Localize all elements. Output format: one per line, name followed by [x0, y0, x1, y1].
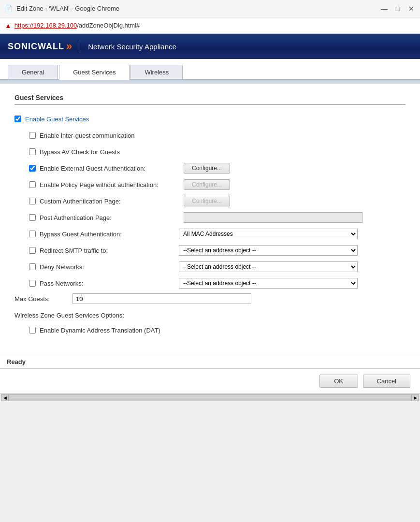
ext-auth-wrapper: Enable External Guest Authentication: — [29, 165, 179, 172]
minimize-button[interactable]: — — [380, 5, 388, 13]
post-auth-checkbox[interactable] — [29, 214, 36, 221]
security-warning-icon: ▲ — [5, 22, 12, 29]
window-titlebar: 📄 Edit Zone - 'WLAN' - Google Chrome — □… — [0, 0, 420, 17]
horizontal-scrollbar[interactable]: ◀ ▶ — [0, 393, 420, 401]
enable-dat-wrapper: Enable Dynamic Address Translation (DAT) — [29, 327, 160, 334]
custom-auth-checkbox[interactable] — [29, 198, 36, 204]
titlebar-left: 📄 Edit Zone - 'WLAN' - Google Chrome — [5, 5, 119, 13]
bypass-av-row: Bypass AV Check for Guests — [14, 145, 406, 158]
cancel-button[interactable]: Cancel — [363, 375, 410, 388]
custom-auth-wrapper: Custom Authentication Page: — [29, 198, 179, 205]
window-controls: — □ ✕ — [380, 5, 415, 13]
inter-guest-checkbox[interactable] — [29, 132, 36, 139]
logo-chevron-icon: » — [66, 40, 72, 53]
post-auth-row: Post Authentication Page: — [14, 211, 406, 224]
tabs-row: General Guest Services Wireless — [0, 59, 420, 80]
bypass-auth-dropdown[interactable]: All MAC AddressesNone — [179, 229, 358, 239]
bypass-av-label: Bypass AV Check for Guests — [40, 148, 120, 156]
inter-guest-row: Enable inter-guest communication — [14, 129, 406, 142]
deny-networks-wrapper: Deny Networks: — [29, 263, 179, 271]
ext-auth-label: Enable External Guest Authentication: — [40, 165, 145, 172]
address-url-insecure[interactable]: https://192.168.29.100 — [14, 22, 77, 29]
max-guests-label: Max Guests: — [14, 295, 72, 303]
address-bar: ▲ https://192.168.29.100/addZoneObjDlg.h… — [0, 17, 420, 34]
pass-networks-label: Pass Networks: — [40, 280, 83, 287]
footer-buttons: OK Cancel — [0, 369, 420, 393]
bypass-auth-checkbox[interactable] — [29, 231, 36, 237]
custom-auth-label: Custom Authentication Page: — [40, 198, 121, 205]
deny-networks-checkbox[interactable] — [29, 263, 36, 270]
tab-wireless[interactable]: Wireless — [130, 65, 183, 79]
max-guests-row: Max Guests: 10 — [14, 293, 406, 304]
inter-guest-wrapper: Enable inter-guest communication — [29, 132, 135, 139]
scroll-track[interactable] — [9, 394, 411, 401]
redirect-smtp-wrapper: Redirect SMTP traffic to: — [29, 247, 179, 254]
content-area: General Guest Services Wireless Guest Se… — [0, 59, 420, 393]
pass-networks-wrapper: Pass Networks: — [29, 280, 179, 287]
enable-dat-checkbox[interactable] — [29, 327, 36, 334]
status-bar: Ready — [0, 355, 420, 369]
ext-auth-checkbox[interactable] — [29, 165, 36, 172]
redirect-smtp-row: Redirect SMTP traffic to: --Select an ad… — [14, 244, 406, 257]
address-url-path[interactable]: /addZoneObjDlg.html# — [77, 22, 140, 29]
window-title: Edit Zone - 'WLAN' - Google Chrome — [16, 5, 119, 12]
policy-page-checkbox[interactable] — [29, 181, 36, 188]
enable-guest-services-checkbox[interactable] — [14, 116, 21, 122]
policy-page-configure-button[interactable]: Configure... — [184, 179, 230, 190]
ext-auth-row: Enable External Guest Authentication: Co… — [14, 162, 406, 174]
post-auth-wrapper: Post Authentication Page: — [29, 214, 179, 221]
sonicwall-logo: SONICWALL » — [8, 40, 72, 53]
header-divider — [80, 39, 80, 54]
bypass-auth-wrapper: Bypass Guest Authentication: — [29, 231, 179, 238]
bypass-auth-row: Bypass Guest Authentication: All MAC Add… — [14, 228, 406, 240]
tab-general[interactable]: General — [8, 65, 58, 79]
pass-networks-dropdown[interactable]: --Select an address object -- — [179, 278, 358, 289]
page-icon: 📄 — [5, 5, 13, 13]
inter-guest-label: Enable inter-guest communication — [40, 132, 135, 139]
ext-auth-configure-button[interactable]: Configure... — [184, 163, 230, 174]
pass-networks-row: Pass Networks: --Select an address objec… — [14, 277, 406, 290]
bypass-av-wrapper: Bypass AV Check for Guests — [29, 148, 120, 156]
ok-button[interactable]: OK — [319, 375, 358, 388]
scroll-indicator — [0, 80, 420, 84]
wireless-zone-title: Wireless Zone Guest Services Options: — [14, 312, 406, 319]
post-auth-label: Post Authentication Page: — [40, 214, 112, 221]
enable-dat-row: Enable Dynamic Address Translation (DAT) — [14, 324, 406, 336]
deny-networks-label: Deny Networks: — [40, 263, 84, 271]
policy-page-wrapper: Enable Policy Page without authenticatio… — [29, 181, 179, 188]
custom-auth-configure-button[interactable]: Configure... — [184, 196, 230, 206]
enable-guest-services-wrapper: Enable Guest Services — [14, 116, 89, 123]
deny-networks-row: Deny Networks: --Select an address objec… — [14, 261, 406, 273]
custom-auth-row: Custom Authentication Page: Configure... — [14, 195, 406, 207]
redirect-smtp-checkbox[interactable] — [29, 247, 36, 254]
form-content: Guest Services Enable Guest Services Ena… — [0, 84, 420, 350]
redirect-smtp-label: Redirect SMTP traffic to: — [40, 247, 108, 254]
section-title: Guest Services — [14, 94, 406, 105]
close-button[interactable]: ✕ — [407, 5, 415, 13]
tab-guest-services[interactable]: Guest Services — [59, 65, 130, 80]
maximize-button[interactable]: □ — [394, 5, 402, 13]
enable-guest-services-label: Enable Guest Services — [25, 116, 89, 123]
policy-page-label: Enable Policy Page without authenticatio… — [40, 181, 159, 188]
bypass-auth-label: Bypass Guest Authentication: — [40, 231, 122, 238]
post-auth-input[interactable] — [184, 212, 362, 223]
policy-page-row: Enable Policy Page without authenticatio… — [14, 178, 406, 191]
app-header: SONICWALL » Network Security Appliance — [0, 34, 420, 59]
status-text: Ready — [7, 358, 26, 365]
deny-networks-dropdown[interactable]: --Select an address object -- — [179, 261, 358, 272]
pass-networks-checkbox[interactable] — [29, 280, 36, 287]
app-title: Network Security Appliance — [88, 43, 176, 51]
scroll-left-button[interactable]: ◀ — [1, 394, 9, 401]
enable-dat-label: Enable Dynamic Address Translation (DAT) — [40, 327, 160, 334]
redirect-smtp-dropdown[interactable]: --Select an address object -- — [179, 245, 358, 256]
enable-guest-services-row: Enable Guest Services — [14, 113, 406, 125]
logo-text: SONICWALL — [8, 42, 64, 52]
scroll-right-button[interactable]: ▶ — [411, 394, 419, 401]
max-guests-input[interactable]: 10 — [72, 293, 251, 304]
bypass-av-checkbox[interactable] — [29, 148, 36, 155]
